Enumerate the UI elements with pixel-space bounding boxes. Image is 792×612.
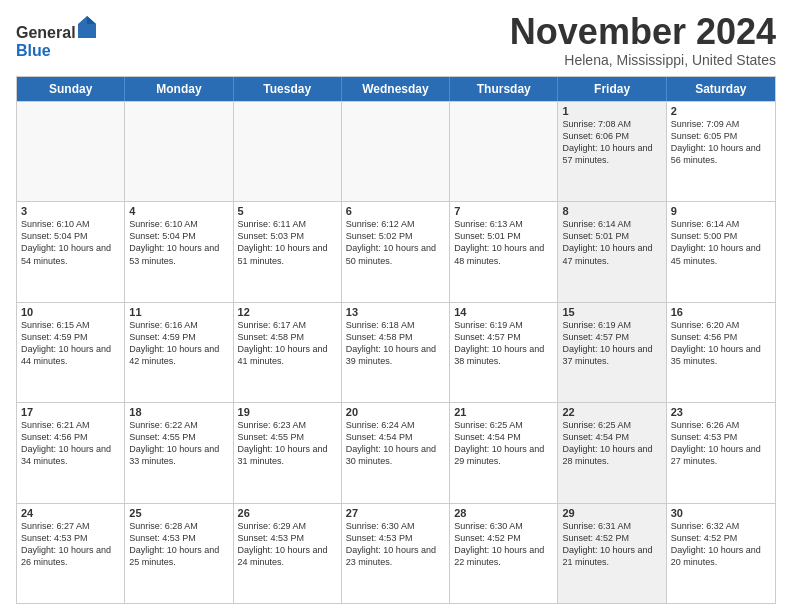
day-number: 9 [671, 205, 771, 217]
calendar-cell: 14Sunrise: 6:19 AM Sunset: 4:57 PM Dayli… [450, 303, 558, 402]
calendar-cell: 8Sunrise: 6:14 AM Sunset: 5:01 PM Daylig… [558, 202, 666, 301]
cell-info: Sunrise: 6:14 AM Sunset: 5:01 PM Dayligh… [562, 218, 661, 267]
cell-info: Sunrise: 6:18 AM Sunset: 4:58 PM Dayligh… [346, 319, 445, 368]
calendar-row-5: 24Sunrise: 6:27 AM Sunset: 4:53 PM Dayli… [17, 503, 775, 603]
calendar-cell: 19Sunrise: 6:23 AM Sunset: 4:55 PM Dayli… [234, 403, 342, 502]
cell-info: Sunrise: 6:16 AM Sunset: 4:59 PM Dayligh… [129, 319, 228, 368]
calendar-cell: 10Sunrise: 6:15 AM Sunset: 4:59 PM Dayli… [17, 303, 125, 402]
day-number: 19 [238, 406, 337, 418]
calendar-cell: 1Sunrise: 7:08 AM Sunset: 6:06 PM Daylig… [558, 102, 666, 201]
cell-info: Sunrise: 6:19 AM Sunset: 4:57 PM Dayligh… [562, 319, 661, 368]
calendar-cell: 7Sunrise: 6:13 AM Sunset: 5:01 PM Daylig… [450, 202, 558, 301]
day-number: 8 [562, 205, 661, 217]
day-number: 12 [238, 306, 337, 318]
title-block: November 2024 Helena, Mississippi, Unite… [510, 12, 776, 68]
calendar-cell: 11Sunrise: 6:16 AM Sunset: 4:59 PM Dayli… [125, 303, 233, 402]
calendar-cell: 23Sunrise: 6:26 AM Sunset: 4:53 PM Dayli… [667, 403, 775, 502]
cell-info: Sunrise: 6:20 AM Sunset: 4:56 PM Dayligh… [671, 319, 771, 368]
day-number: 18 [129, 406, 228, 418]
calendar-cell: 5Sunrise: 6:11 AM Sunset: 5:03 PM Daylig… [234, 202, 342, 301]
cell-info: Sunrise: 6:12 AM Sunset: 5:02 PM Dayligh… [346, 218, 445, 267]
day-number: 25 [129, 507, 228, 519]
cell-info: Sunrise: 6:24 AM Sunset: 4:54 PM Dayligh… [346, 419, 445, 468]
calendar-header: Sunday Monday Tuesday Wednesday Thursday… [17, 77, 775, 101]
calendar-cell: 2Sunrise: 7:09 AM Sunset: 6:05 PM Daylig… [667, 102, 775, 201]
day-number: 17 [21, 406, 120, 418]
logo: General Blue [16, 16, 96, 59]
day-number: 13 [346, 306, 445, 318]
cell-info: Sunrise: 6:32 AM Sunset: 4:52 PM Dayligh… [671, 520, 771, 569]
calendar-cell [342, 102, 450, 201]
cell-info: Sunrise: 7:09 AM Sunset: 6:05 PM Dayligh… [671, 118, 771, 167]
cell-info: Sunrise: 6:10 AM Sunset: 5:04 PM Dayligh… [129, 218, 228, 267]
cell-info: Sunrise: 6:14 AM Sunset: 5:00 PM Dayligh… [671, 218, 771, 267]
calendar-cell [17, 102, 125, 201]
cell-info: Sunrise: 6:19 AM Sunset: 4:57 PM Dayligh… [454, 319, 553, 368]
cell-info: Sunrise: 6:17 AM Sunset: 4:58 PM Dayligh… [238, 319, 337, 368]
cell-info: Sunrise: 7:08 AM Sunset: 6:06 PM Dayligh… [562, 118, 661, 167]
day-number: 15 [562, 306, 661, 318]
header-sunday: Sunday [17, 77, 125, 101]
calendar-cell: 12Sunrise: 6:17 AM Sunset: 4:58 PM Dayli… [234, 303, 342, 402]
calendar-cell: 22Sunrise: 6:25 AM Sunset: 4:54 PM Dayli… [558, 403, 666, 502]
calendar-cell: 27Sunrise: 6:30 AM Sunset: 4:53 PM Dayli… [342, 504, 450, 603]
calendar-row-3: 10Sunrise: 6:15 AM Sunset: 4:59 PM Dayli… [17, 302, 775, 402]
header-saturday: Saturday [667, 77, 775, 101]
day-number: 7 [454, 205, 553, 217]
header: General Blue November 2024 Helena, Missi… [16, 12, 776, 68]
calendar-cell: 26Sunrise: 6:29 AM Sunset: 4:53 PM Dayli… [234, 504, 342, 603]
page: General Blue November 2024 Helena, Missi… [0, 0, 792, 612]
header-wednesday: Wednesday [342, 77, 450, 101]
calendar-cell: 18Sunrise: 6:22 AM Sunset: 4:55 PM Dayli… [125, 403, 233, 502]
calendar: Sunday Monday Tuesday Wednesday Thursday… [16, 76, 776, 604]
day-number: 11 [129, 306, 228, 318]
day-number: 2 [671, 105, 771, 117]
calendar-body: 1Sunrise: 7:08 AM Sunset: 6:06 PM Daylig… [17, 101, 775, 603]
calendar-cell: 28Sunrise: 6:30 AM Sunset: 4:52 PM Dayli… [450, 504, 558, 603]
day-number: 26 [238, 507, 337, 519]
header-friday: Friday [558, 77, 666, 101]
header-tuesday: Tuesday [234, 77, 342, 101]
month-title: November 2024 [510, 12, 776, 52]
day-number: 5 [238, 205, 337, 217]
header-thursday: Thursday [450, 77, 558, 101]
day-number: 14 [454, 306, 553, 318]
calendar-cell: 24Sunrise: 6:27 AM Sunset: 4:53 PM Dayli… [17, 504, 125, 603]
calendar-cell: 16Sunrise: 6:20 AM Sunset: 4:56 PM Dayli… [667, 303, 775, 402]
cell-info: Sunrise: 6:23 AM Sunset: 4:55 PM Dayligh… [238, 419, 337, 468]
day-number: 6 [346, 205, 445, 217]
header-monday: Monday [125, 77, 233, 101]
cell-info: Sunrise: 6:22 AM Sunset: 4:55 PM Dayligh… [129, 419, 228, 468]
logo-blue: Blue [16, 42, 51, 59]
cell-info: Sunrise: 6:29 AM Sunset: 4:53 PM Dayligh… [238, 520, 337, 569]
calendar-cell: 21Sunrise: 6:25 AM Sunset: 4:54 PM Dayli… [450, 403, 558, 502]
day-number: 28 [454, 507, 553, 519]
day-number: 29 [562, 507, 661, 519]
day-number: 3 [21, 205, 120, 217]
day-number: 20 [346, 406, 445, 418]
calendar-row-4: 17Sunrise: 6:21 AM Sunset: 4:56 PM Dayli… [17, 402, 775, 502]
day-number: 27 [346, 507, 445, 519]
cell-info: Sunrise: 6:30 AM Sunset: 4:52 PM Dayligh… [454, 520, 553, 569]
calendar-row-2: 3Sunrise: 6:10 AM Sunset: 5:04 PM Daylig… [17, 201, 775, 301]
svg-marker-1 [87, 16, 96, 24]
logo-icon [78, 16, 96, 38]
calendar-cell [450, 102, 558, 201]
cell-info: Sunrise: 6:25 AM Sunset: 4:54 PM Dayligh… [454, 419, 553, 468]
calendar-row-1: 1Sunrise: 7:08 AM Sunset: 6:06 PM Daylig… [17, 101, 775, 201]
location: Helena, Mississippi, United States [510, 52, 776, 68]
calendar-cell: 6Sunrise: 6:12 AM Sunset: 5:02 PM Daylig… [342, 202, 450, 301]
cell-info: Sunrise: 6:25 AM Sunset: 4:54 PM Dayligh… [562, 419, 661, 468]
day-number: 4 [129, 205, 228, 217]
cell-info: Sunrise: 6:13 AM Sunset: 5:01 PM Dayligh… [454, 218, 553, 267]
calendar-cell [125, 102, 233, 201]
day-number: 10 [21, 306, 120, 318]
cell-info: Sunrise: 6:28 AM Sunset: 4:53 PM Dayligh… [129, 520, 228, 569]
day-number: 16 [671, 306, 771, 318]
cell-info: Sunrise: 6:11 AM Sunset: 5:03 PM Dayligh… [238, 218, 337, 267]
day-number: 21 [454, 406, 553, 418]
day-number: 22 [562, 406, 661, 418]
calendar-cell: 17Sunrise: 6:21 AM Sunset: 4:56 PM Dayli… [17, 403, 125, 502]
cell-info: Sunrise: 6:15 AM Sunset: 4:59 PM Dayligh… [21, 319, 120, 368]
calendar-cell: 9Sunrise: 6:14 AM Sunset: 5:00 PM Daylig… [667, 202, 775, 301]
